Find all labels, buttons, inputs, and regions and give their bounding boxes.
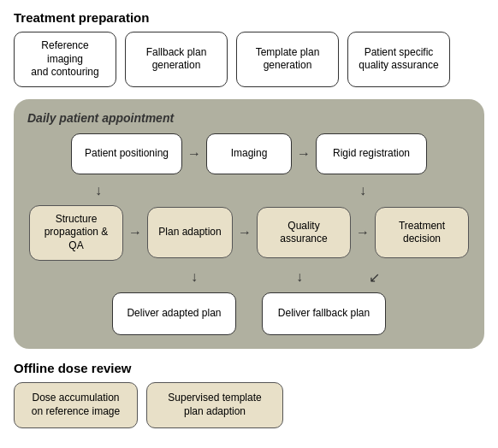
spacer3 <box>292 183 307 198</box>
down-arrow-5: ↙ <box>369 269 380 286</box>
middle-row: Structurepropagation & QA → Plan adaptio… <box>27 205 471 261</box>
prep-box-4: Patient specificquality assurance <box>347 32 450 87</box>
spacer2 <box>206 183 292 198</box>
bottom-row: Deliver adapted plan Deliver fallback pl… <box>27 292 471 335</box>
vert-arrow-qa: ↓ <box>252 269 347 286</box>
plan-adaption-box: Plan adaption <box>147 207 233 258</box>
arrow-3: → <box>127 225 144 240</box>
offline-section: Offline dose review Dose accumulationon … <box>14 361 484 428</box>
down-arrow-2: ↓ <box>359 183 366 198</box>
daily-title: Daily patient appointment <box>27 111 471 125</box>
spacer5 <box>136 269 151 286</box>
offline-title: Offline dose review <box>14 361 484 375</box>
deliver-adapted-box: Deliver adapted plan <box>112 292 236 335</box>
deliver-fallback-box: Deliver fallback plan <box>262 292 386 335</box>
arrow-4: → <box>236 225 253 240</box>
arrow-2: → <box>295 146 312 162</box>
vert-arrow-pos: ↓ <box>80 183 191 198</box>
structure-propagation-box: Structurepropagation & QA <box>29 205 123 261</box>
prep-boxes-row: Reference imagingand contouring Fallback… <box>14 32 484 87</box>
prep-box-1: Reference imagingand contouring <box>14 32 116 87</box>
vert-arrow-rigid: ↓ <box>307 183 418 198</box>
offline-box-1: Dose accumulationon reference image <box>14 382 138 428</box>
down-arrow-3: ↓ <box>191 269 198 286</box>
rigid-registration-box: Rigid registration <box>316 133 427 174</box>
vert-arrow-plan: ↓ <box>151 269 237 286</box>
offline-boxes-row: Dose accumulationon reference image Supe… <box>14 382 484 428</box>
treatment-decision-box: Treatment decision <box>375 207 469 258</box>
prep-box-2: Fallback plangeneration <box>125 32 228 87</box>
patient-positioning-box: Patient positioning <box>71 133 182 174</box>
quality-assurance-box: Quality assurance <box>257 207 351 258</box>
spacer7 <box>347 269 362 286</box>
spacer1 <box>191 183 206 198</box>
vert-arrows-top: ↓ ↓ <box>27 183 471 198</box>
treatment-prep-title: Treatment preparation <box>14 10 484 25</box>
offline-box-2: Supervised templateplan adaption <box>146 382 283 428</box>
daily-section: Daily patient appointment Patient positi… <box>14 99 484 349</box>
daily-flow: Patient positioning → Imaging → Rigid re… <box>27 133 471 335</box>
prep-box-3: Template plangeneration <box>236 32 339 87</box>
vert-arrow-td: ↙ <box>362 269 456 286</box>
imaging-box: Imaging <box>206 133 292 174</box>
arrow-5: → <box>354 225 371 240</box>
spacer4 <box>42 269 136 286</box>
treatment-prep-section: Treatment preparation Reference imaginga… <box>14 10 484 87</box>
vert-arrows-mid: ↓ ↓ ↙ <box>27 269 471 286</box>
arrow-1: → <box>186 146 203 162</box>
spacer6 <box>237 269 252 286</box>
down-arrow-1: ↓ <box>95 183 102 198</box>
top-row: Patient positioning → Imaging → Rigid re… <box>27 133 471 174</box>
down-arrow-4: ↓ <box>296 269 303 286</box>
